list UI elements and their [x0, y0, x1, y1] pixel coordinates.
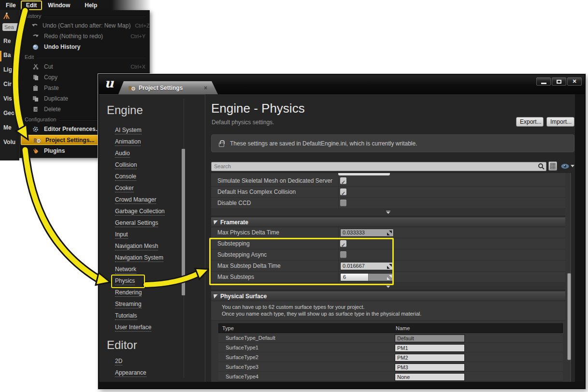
sidebar-item-cooker[interactable]: Cooker [115, 185, 134, 192]
paste-icon [31, 85, 40, 91]
checkbox[interactable] [340, 189, 346, 195]
surface-name-input-1[interactable] [395, 344, 465, 352]
notice-text: These settings are saved in DefaultEngin… [230, 140, 417, 147]
menu-item-undo-history[interactable]: Undo History [20, 42, 149, 52]
unreal-logo [102, 76, 116, 90]
max-substeps-spinbox[interactable]: 6 [340, 273, 394, 281]
minimize-button[interactable] [536, 77, 551, 86]
plugins-icon [31, 148, 40, 154]
sidebar-item-console[interactable]: Console [115, 173, 136, 181]
sidebar-item-tutorials[interactable]: Tutorials [115, 312, 137, 320]
settings-main-panel: Engine - Physics Default physics setting… [205, 94, 575, 382]
surface-name-input-4[interactable] [395, 373, 465, 381]
place-category-lights[interactable]: Lig [3, 66, 19, 73]
duplicate-icon [31, 96, 40, 102]
max-physics-delta-time-field[interactable]: 0.033333 [340, 229, 394, 237]
place-category-geometry[interactable]: Geo [3, 110, 19, 116]
sidebar-item-animation[interactable]: Animation [115, 138, 141, 146]
window-titlebar[interactable]: Project Settings × ✕ [99, 75, 585, 94]
setting-row-max-physics-delta-time: Max Physics Delta Time 0.033333 [211, 227, 565, 238]
checkbox[interactable] [340, 200, 346, 206]
tab-project-settings[interactable]: Project Settings × [118, 81, 218, 94]
place-category-media[interactable]: Me [3, 124, 19, 131]
place-category-cinematic[interactable]: Cin [3, 81, 19, 87]
cut-icon [31, 64, 40, 70]
surface-table-header: Type Name [218, 323, 563, 333]
main-scrollbar-thumb[interactable] [567, 273, 571, 360]
config-notice-bar: These settings are saved in DefaultEngin… [211, 134, 574, 152]
eye-icon [561, 163, 569, 169]
sidebar-item-appearance[interactable]: Appearance [115, 369, 146, 377]
sidebar-item-user-interface[interactable]: User Interface [115, 324, 151, 332]
sidebar-item-audio[interactable]: Audio [115, 150, 130, 158]
search-wrap [211, 161, 546, 171]
advanced-expander[interactable] [211, 283, 565, 290]
surface-name-input-3[interactable] [395, 363, 465, 371]
menu-item-redo[interactable]: Redo (Nothing to redo) Ctrl+Y [20, 31, 149, 42]
tab-close-icon[interactable]: × [204, 85, 207, 91]
category-header-physical-surface[interactable]: Physical Surface [211, 291, 565, 301]
undo-icon [31, 23, 38, 29]
category-header-framerate[interactable]: Framerate [211, 218, 565, 227]
set-as-columns-button[interactable] [548, 161, 557, 171]
maximize-button[interactable] [552, 77, 566, 86]
menu-window[interactable]: Window [44, 1, 74, 10]
sidebar-item-rendering[interactable]: Rendering [115, 289, 142, 297]
sidebar-item-general-settings[interactable]: General Settings [115, 219, 158, 227]
editor-menu-bar: File Edit Window Help [0, 0, 151, 10]
export-button[interactable]: Export... [516, 117, 544, 127]
menu-help[interactable]: Help [81, 1, 101, 10]
setting-row-max-substeps: Max Substeps 6 [211, 272, 565, 283]
place-category-basic[interactable]: Ba [3, 52, 19, 58]
search-input[interactable] [211, 162, 546, 171]
sidebar-item-garbage-collection[interactable]: Garbage Collection [115, 208, 165, 216]
place-actors-panel: Sea Re Ba Lig Cin Vis Geo Me Volu [0, 10, 19, 160]
sidebar-item-collision[interactable]: Collision [115, 161, 137, 169]
close-icon: ✕ [572, 79, 576, 84]
page-subtitle: Default physics settings. [212, 119, 274, 126]
setting-row-complex-collision: Default Has Complex Collision [211, 187, 565, 198]
sidebar-item-crowd-manager[interactable]: Crowd Manager [115, 196, 156, 204]
surface-row-4: SurfaceType4 [218, 372, 563, 381]
sidebar-item-network[interactable]: Network [115, 266, 136, 274]
surface-name-input-2[interactable] [395, 354, 465, 362]
advanced-expander[interactable] [211, 209, 565, 216]
place-actors-icon [2, 12, 11, 20]
sidebar-item-2d[interactable]: 2D [115, 358, 122, 365]
close-button[interactable]: ✕ [567, 77, 582, 86]
sidebar-editor-list: 2D Appearance [115, 356, 146, 379]
menu-edit[interactable]: Edit [21, 0, 43, 10]
editor-preferences-icon [31, 126, 40, 132]
chevron-down-icon [571, 165, 574, 167]
sidebar-item-ai-system[interactable]: AI System [115, 127, 142, 134]
project-settings-icon [33, 137, 41, 143]
place-category-recently[interactable]: Re [3, 38, 19, 44]
surface-row-3: SurfaceType3 [218, 362, 563, 372]
place-search-input[interactable]: Sea [2, 23, 19, 31]
redo-icon [31, 33, 40, 39]
copy-icon [31, 74, 40, 81]
sidebar-item-navigation-system[interactable]: Navigation System [115, 254, 163, 262]
import-button[interactable]: Import... [546, 117, 574, 127]
undo-history-icon [31, 44, 40, 50]
checkbox[interactable] [340, 177, 346, 184]
checkbox[interactable] [340, 240, 346, 247]
menu-item-cut[interactable]: Cut Ctrl+X [20, 61, 149, 72]
sidebar-item-input[interactable]: Input [115, 231, 128, 239]
menu-file[interactable]: File [2, 1, 20, 10]
menu-item-undo[interactable]: Undo (Can't undo after: New Map) Ctrl+Z [20, 20, 149, 31]
place-category-visual[interactable]: Vis [3, 95, 19, 102]
sidebar-item-streaming[interactable]: Streaming [115, 301, 142, 308]
place-category-volumes[interactable]: Volu [3, 139, 19, 145]
sidebar-item-physics[interactable]: Physics [115, 277, 135, 285]
shortcut: Ctrl+Y [130, 33, 145, 39]
sidebar-scrollbar-thumb[interactable] [182, 149, 185, 295]
shortcut: Ctrl+X [130, 64, 145, 70]
surface-name-input-default[interactable] [395, 334, 465, 342]
grid-icon [550, 163, 556, 169]
max-substep-delta-time-field[interactable]: 0.016667 [340, 262, 394, 270]
checkbox[interactable] [340, 251, 346, 258]
sidebar-item-navigation-mesh[interactable]: Navigation Mesh [115, 243, 158, 250]
view-options-button[interactable] [561, 161, 574, 171]
value-drag-icon [387, 264, 392, 269]
